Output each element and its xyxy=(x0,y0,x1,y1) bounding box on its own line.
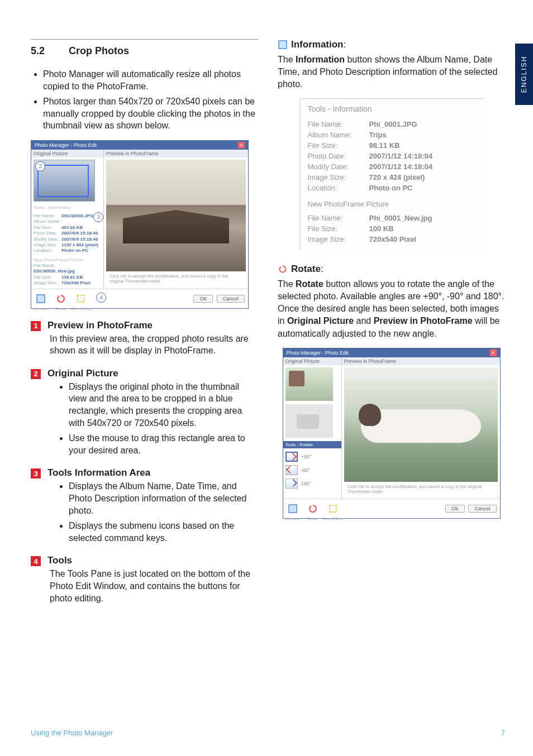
language-tab-text: ENGLISH xyxy=(520,56,528,93)
info-panel-table: File Name:Phi_0001.JPG Album Name:Trips … xyxy=(308,119,432,193)
sub-bullet: Use the mouse to drag this rectangle are… xyxy=(69,432,258,456)
left-panel-header: Original Picture xyxy=(283,357,341,365)
tools-info-header: Tools - Information xyxy=(34,205,101,210)
info-panel-figure: Tools - Information File Name:Phi_0001.J… xyxy=(299,98,484,250)
page-columns: 5.2 Crop Photos Photo Manager will autom… xyxy=(31,39,505,615)
intro-bullet: Photos larger than 540x720 or 720x540 pi… xyxy=(43,95,258,132)
cancel-button[interactable]: Cancel xyxy=(217,295,245,303)
information-tool-icon[interactable]: Information xyxy=(287,503,299,515)
right-column: Information: The Information button show… xyxy=(278,39,505,615)
callout-2: 2 xyxy=(35,161,45,171)
sub-bullet: Displays the Album Name, Date Time, and … xyxy=(69,480,258,516)
num-text: The Tools Pane is just located on the bo… xyxy=(47,568,258,604)
information-icon xyxy=(278,40,288,50)
num-badge: 2 xyxy=(31,369,41,379)
info-panel-table-2: File Name:Phi_0001_New.jpg File Size:100… xyxy=(308,213,432,245)
tools-info-block: 3 File Name:DSC00930.JPG Album Name: Fil… xyxy=(34,213,101,286)
close-icon[interactable]: × xyxy=(238,142,245,149)
window-titlebar: Photo Manager - Photo Edit × xyxy=(283,348,500,357)
num-badge: 3 xyxy=(31,468,41,479)
num-badge: 1 xyxy=(31,321,41,331)
rotate-option[interactable]: +90° xyxy=(285,452,339,462)
crop-tool-icon[interactable]: Zoom & Crop xyxy=(75,293,87,305)
rotate-heading: Rotate: xyxy=(278,264,505,275)
tools-rotate-header: Tools - Rotate xyxy=(283,441,341,448)
svg-rect-2 xyxy=(279,41,287,49)
window-title: Photo Manager - Photo Edit xyxy=(287,350,349,356)
info-panel-section: New PhotoFrame Picture xyxy=(308,200,476,208)
preview-image xyxy=(344,367,498,482)
svg-rect-1 xyxy=(78,295,84,302)
num-text: In this preview area, the cropped photo … xyxy=(47,333,258,357)
left-panel-header: Original Picture xyxy=(31,150,103,157)
rotate-paragraph: The Rotate button allows you to rotate t… xyxy=(278,278,505,339)
language-tab: ENGLISH xyxy=(515,44,533,105)
sub-bullet: Displays the original photo in the thumb… xyxy=(69,381,258,429)
window-titlebar: Photo Manager - Photo Edit × xyxy=(31,141,248,150)
rotate-option[interactable]: -90° xyxy=(285,465,339,475)
numbered-item-3: 3 Tools Information Area Displays the Al… xyxy=(31,467,258,547)
close-icon[interactable]: × xyxy=(490,350,497,356)
cancel-button[interactable]: Cancel xyxy=(468,505,496,513)
section-title: Crop Photos xyxy=(69,45,129,57)
rotate-tool-icon[interactable]: Rotate xyxy=(55,293,67,305)
information-paragraph: The Information button shows the Album N… xyxy=(278,54,505,90)
rotate-option[interactable]: 180° xyxy=(285,479,339,489)
footer-section: Using the Photo Manager xyxy=(31,729,113,737)
ok-button[interactable]: OK xyxy=(445,505,465,513)
ok-button[interactable]: OK xyxy=(193,295,213,303)
crop-window-figure: Photo Manager - Photo Edit × Original Pi… xyxy=(31,140,249,309)
svg-rect-3 xyxy=(289,505,297,513)
original-thumbnail[interactable] xyxy=(285,367,333,401)
numbered-item-2: 2 Original Picture Displays the original… xyxy=(31,368,258,460)
intro-bullet: Photo Manager will automatically resize … xyxy=(43,68,258,92)
original-thumbnail[interactable]: 2 xyxy=(34,160,95,202)
rotate-window-figure: Photo Manager - Photo Edit × Original Pi… xyxy=(283,348,501,519)
figure-note: Click OK to accept the modification, and… xyxy=(344,482,498,496)
num-title: Preview in PhotoFrame xyxy=(47,320,258,331)
right-panel-header: Preview in PhotoFrame xyxy=(104,150,248,157)
numbered-item-1: 1 Preview in PhotoFrame In this preview … xyxy=(31,320,258,360)
callout-4: 4 xyxy=(96,293,106,303)
num-title: Original Picture xyxy=(47,368,258,379)
info-panel-title: Tools - Information xyxy=(308,104,476,113)
rotate-icon xyxy=(278,264,288,274)
num-badge: 4 xyxy=(31,556,41,566)
left-column: 5.2 Crop Photos Photo Manager will autom… xyxy=(31,39,258,615)
information-tool-icon[interactable]: Information xyxy=(35,293,47,305)
crop-rectangle[interactable] xyxy=(37,165,89,197)
svg-rect-4 xyxy=(330,505,336,512)
figure-note: Click OK to accept the modification, and… xyxy=(106,271,246,286)
section-number: 5.2 xyxy=(31,45,53,57)
numbered-item-4: 4 Tools The Tools Pane is just located o… xyxy=(31,555,258,607)
information-heading: Information: xyxy=(278,39,505,50)
num-title: Tools Information Area xyxy=(47,467,258,479)
crop-tool-icon[interactable]: Zoom & Crop xyxy=(327,503,339,515)
num-title: Tools xyxy=(47,555,258,566)
original-thumbnail-alt[interactable] xyxy=(285,404,333,438)
right-panel-header: Preview in PhotoFrame xyxy=(342,357,500,365)
callout-3: 3 xyxy=(93,212,103,222)
sub-bullet: Displays the submenu icons based on the … xyxy=(69,520,258,544)
intro-bullets: Photo Manager will automatically resize … xyxy=(31,68,258,132)
window-title: Photo Manager - Photo Edit xyxy=(35,142,97,148)
svg-rect-0 xyxy=(37,295,45,303)
section-heading: 5.2 Crop Photos xyxy=(31,45,258,57)
page-number: 7 xyxy=(501,729,505,737)
section-rule xyxy=(31,39,258,40)
preview-image xyxy=(106,160,246,271)
rotate-tool-icon[interactable]: Rotate xyxy=(307,503,319,515)
page-footer: Using the Photo Manager 7 xyxy=(31,729,505,737)
